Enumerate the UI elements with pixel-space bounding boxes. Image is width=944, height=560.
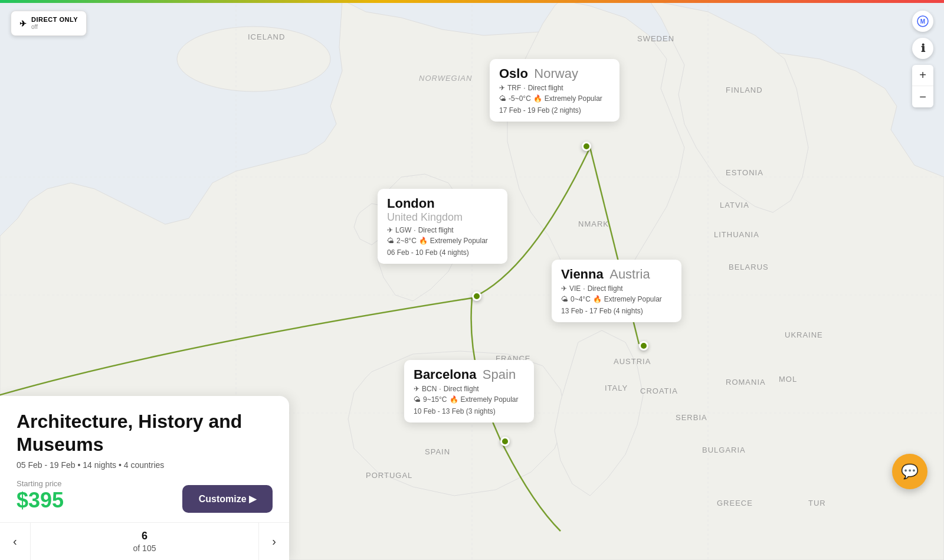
oslo-dates: 17 Feb - 19 Feb (2 nights) (499, 106, 610, 114)
barcelona-popup: Barcelona Spain ✈ BCN · Direct flight 🌤 … (404, 360, 534, 423)
panel-dates: 05 Feb - 19 Feb • 14 nights • 4 countrie… (17, 460, 273, 470)
plane-icon: ✈ (19, 19, 27, 28)
oslo-weather-info: 🌤 -5~0°C 🔥 Extremely Popular (499, 94, 610, 103)
pagination: ‹ 6 of 105 › (0, 522, 289, 560)
vienna-weather-info: 🌤 0~4°C 🔥 Extremely Popular (561, 295, 672, 303)
progress-bar (0, 0, 944, 3)
oslo-popup: Oslo Norway ✈ TRF · Direct flight 🌤 -5~0… (490, 59, 620, 122)
zoom-in-button[interactable]: + (912, 65, 933, 86)
oslo-dot (582, 142, 591, 151)
vienna-city: Vienna (561, 267, 604, 281)
left-panel: Architecture, History and Museums 05 Feb… (0, 396, 289, 560)
barcelona-country: Spain (483, 367, 516, 382)
vienna-dot (639, 341, 648, 351)
pagination-current: 6 (31, 529, 259, 543)
svg-point-1 (177, 27, 330, 91)
oslo-city: Oslo (499, 66, 528, 81)
pagination-total: of 105 (133, 543, 156, 553)
pagination-next-button[interactable]: › (258, 523, 289, 560)
london-country: United Kingdom (387, 211, 498, 224)
panel-price: $395 (17, 488, 64, 513)
barcelona-weather-info: 🌤 9~15°C 🔥 Extremely Popular (414, 395, 525, 404)
info-icon: ℹ (921, 42, 925, 55)
london-flight-info: ✈ LGW · Direct flight (387, 226, 498, 234)
direct-only-status: off (31, 24, 78, 31)
barcelona-dot (500, 437, 510, 446)
vienna-popup: Vienna Austria ✈ VIE · Direct flight 🌤 0… (552, 260, 681, 322)
customize-button[interactable]: Customize ▶ (182, 485, 273, 513)
direct-only-label: DIRECT ONLY (31, 16, 78, 24)
chat-button[interactable]: 💬 (892, 454, 927, 489)
vienna-flight-info: ✈ VIE · Direct flight (561, 284, 672, 293)
panel-title: Architecture, History and Museums (17, 410, 273, 456)
chat-icon: 💬 (901, 463, 919, 480)
london-weather-info: 🌤 2~8°C 🔥 Extremely Popular (387, 237, 498, 245)
barcelona-city: Barcelona (414, 367, 476, 382)
london-dot (472, 292, 481, 301)
london-dates: 06 Feb - 10 Feb (4 nights) (387, 248, 498, 257)
oslo-country: Norway (534, 66, 578, 81)
info-button[interactable]: ℹ (912, 38, 933, 59)
london-popup: London United Kingdom ✈ LGW · Direct fli… (378, 189, 507, 264)
zoom-controls: + − (912, 65, 933, 107)
barcelona-dates: 10 Feb - 13 Feb (3 nights) (414, 407, 525, 415)
vienna-dates: 13 Feb - 17 Feb (4 nights) (561, 307, 672, 315)
mapbox-logo: M (912, 11, 933, 32)
svg-text:M: M (920, 18, 925, 25)
panel-starting-label: Starting price (17, 479, 64, 488)
direct-only-toggle[interactable]: ✈ DIRECT ONLY off (11, 11, 87, 36)
oslo-flight-info: ✈ TRF · Direct flight (499, 84, 610, 92)
london-city: London (387, 196, 435, 211)
pagination-prev-button[interactable]: ‹ (0, 523, 31, 560)
barcelona-flight-info: ✈ BCN · Direct flight (414, 385, 525, 393)
zoom-out-button[interactable]: − (912, 86, 933, 107)
vienna-country: Austria (609, 267, 650, 281)
